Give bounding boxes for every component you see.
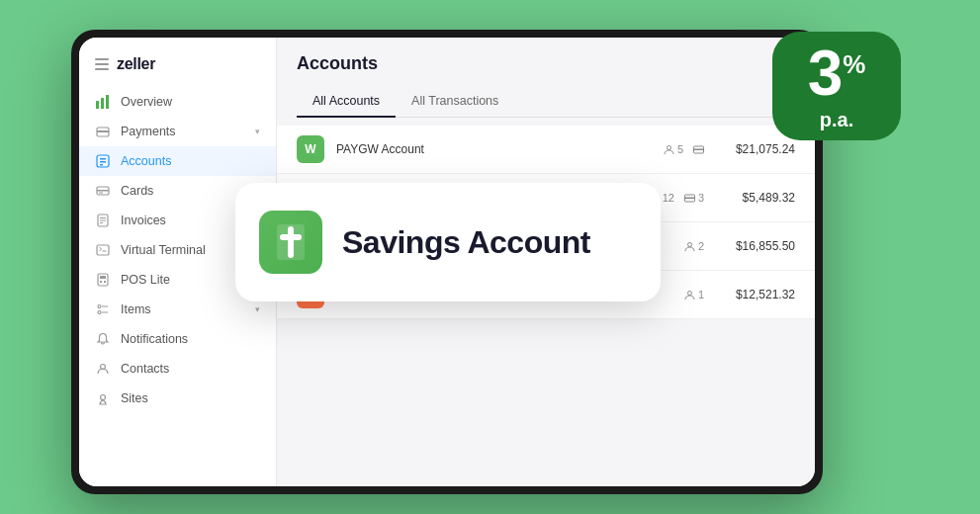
brand-name: zeller xyxy=(117,55,155,73)
svg-rect-30 xyxy=(694,148,704,150)
sidebar-item-payments-label: Payments xyxy=(121,125,176,138)
hamburger-icon[interactable] xyxy=(95,58,109,70)
account-balance: $5,489.32 xyxy=(716,191,795,205)
svg-rect-38 xyxy=(280,234,302,240)
sidebar-item-overview[interactable]: Overview xyxy=(79,87,276,117)
svg-rect-0 xyxy=(96,101,99,109)
bell-icon xyxy=(95,331,111,347)
sidebar-item-notifications-label: Notifications xyxy=(121,332,188,346)
svg-rect-8 xyxy=(100,164,103,166)
table-row[interactable]: W PAYGW Account 5 $21,075.24 xyxy=(277,126,815,174)
sidebar-item-overview-label: Overview xyxy=(121,95,172,109)
account-balance: $16,855.50 xyxy=(716,239,795,253)
avatar: W xyxy=(297,135,324,163)
items-icon xyxy=(95,301,111,317)
svg-rect-18 xyxy=(98,274,108,286)
account-balance: $21,075.24 xyxy=(716,142,795,156)
invoices-icon xyxy=(95,213,111,228)
account-meta: 5 xyxy=(664,143,704,155)
pos-icon xyxy=(95,272,111,288)
account-meta: 2 xyxy=(684,240,704,252)
interest-number: 3 xyxy=(808,42,842,105)
page-title: Accounts xyxy=(297,53,795,74)
svg-rect-37 xyxy=(288,226,294,258)
svg-rect-2 xyxy=(106,95,109,109)
svg-rect-14 xyxy=(100,220,106,221)
account-name: PAYGW Account xyxy=(336,142,652,156)
interest-rate-display: 3 % xyxy=(808,42,866,105)
sidebar-item-pos-lite-label: POS Lite xyxy=(121,273,170,287)
sidebar-header: zeller xyxy=(79,49,276,87)
account-balance: $12,521.32 xyxy=(716,288,795,301)
page-header: Accounts All Accounts All Transactions xyxy=(277,38,815,118)
svg-rect-20 xyxy=(100,281,102,283)
svg-rect-11 xyxy=(99,193,103,194)
svg-point-35 xyxy=(687,291,691,295)
svg-point-28 xyxy=(667,145,670,149)
svg-rect-1 xyxy=(101,98,104,109)
svg-rect-4 xyxy=(97,130,109,132)
account-meta: 1 xyxy=(684,289,704,300)
card-count: 3 xyxy=(684,192,704,204)
svg-rect-6 xyxy=(100,158,106,160)
card-icon-row xyxy=(693,144,704,155)
terminal-icon xyxy=(95,242,111,258)
sidebar-item-virtual-terminal-label: Virtual Terminal xyxy=(121,243,206,257)
tab-all-accounts[interactable]: All Accounts xyxy=(297,86,396,118)
bar-chart-icon xyxy=(95,94,111,110)
sites-icon xyxy=(95,390,111,406)
interest-percent: % xyxy=(843,49,865,80)
tab-all-transactions[interactable]: All Transactions xyxy=(396,86,514,118)
savings-logo xyxy=(259,211,322,274)
tabs-bar: All Accounts All Transactions xyxy=(297,86,795,118)
svg-rect-13 xyxy=(100,217,106,218)
sidebar-item-contacts-label: Contacts xyxy=(121,362,169,376)
svg-rect-19 xyxy=(100,276,106,279)
savings-account-title: Savings Account xyxy=(342,224,590,261)
cards-icon xyxy=(95,183,111,199)
interest-badge: 3 % p.a. xyxy=(772,32,901,140)
svg-point-22 xyxy=(98,305,101,308)
svg-rect-33 xyxy=(684,197,694,199)
svg-rect-16 xyxy=(97,245,109,255)
sidebar-item-sites[interactable]: Sites xyxy=(79,384,276,413)
sidebar-item-accounts[interactable]: Accounts xyxy=(79,146,276,176)
sidebar-item-contacts[interactable]: Contacts xyxy=(79,354,276,384)
svg-rect-21 xyxy=(104,281,106,283)
svg-rect-10 xyxy=(97,190,109,192)
sidebar-item-accounts-label: Accounts xyxy=(121,154,171,168)
svg-point-34 xyxy=(687,242,691,246)
user-count: 1 xyxy=(684,289,704,300)
accounts-list: W PAYGW Account 5 $21,075.24 xyxy=(277,118,815,486)
sidebar-item-payments[interactable]: Payments ▾ xyxy=(79,117,276,146)
savings-account-card[interactable]: Savings Account xyxy=(235,183,661,301)
user-count: 2 xyxy=(684,240,704,252)
sidebar-item-notifications[interactable]: Notifications xyxy=(79,324,276,354)
user-count: 5 xyxy=(664,143,683,155)
sidebar-item-sites-label: Sites xyxy=(121,391,148,405)
sidebar-item-items-label: Items xyxy=(121,302,151,316)
sidebar-item-cards-label: Cards xyxy=(121,184,153,198)
svg-rect-15 xyxy=(100,222,103,223)
items-chevron-icon: ▾ xyxy=(255,304,260,314)
interest-pa: p.a. xyxy=(820,109,853,131)
payments-icon xyxy=(95,124,111,139)
svg-point-23 xyxy=(98,311,101,314)
sidebar-item-invoices-label: Invoices xyxy=(121,214,166,227)
contacts-icon xyxy=(95,361,111,377)
payments-chevron-icon: ▾ xyxy=(255,127,260,136)
svg-rect-7 xyxy=(100,161,106,163)
accounts-icon xyxy=(95,153,111,169)
